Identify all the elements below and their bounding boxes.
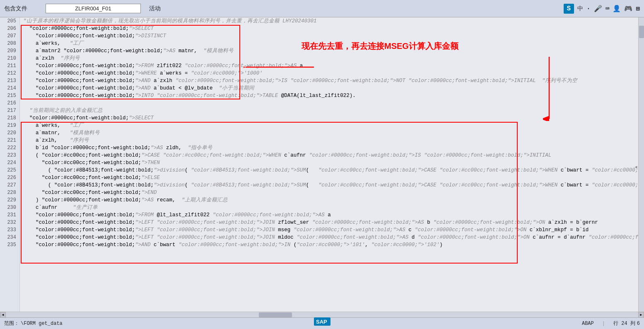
- arrow-down: [543, 55, 555, 121]
- dot-icon: ·: [586, 5, 591, 12]
- keyboard-icon[interactable]: ⌨: [605, 5, 610, 13]
- code-line: ( "color:#8B4513;font-weight:bold;">divi…: [23, 181, 635, 189]
- code-line: b`id "color:#0000cc;font-weight:bold;">A…: [23, 144, 635, 152]
- gamepad-icon[interactable]: 🎮: [624, 5, 632, 13]
- sap-s-icon: S: [567, 5, 571, 12]
- top-bar: 包含文件 活动 S 中 · 🎤 ⌨ 👤 🎮 ⊞: [0, 0, 644, 17]
- line-num: 216: [3, 99, 16, 107]
- code-content[interactable]: 现在先去重，再去连接MSEG计算入库金额: [20, 17, 638, 312]
- line-num: 215: [3, 92, 16, 99]
- user-icon[interactable]: 👤: [613, 5, 621, 13]
- editor-wrapper: 2052062072082092102112122132142152162172…: [0, 17, 644, 329]
- code-line: "color:#cc00cc;font-weight:bold;">THEN: [23, 159, 635, 167]
- top-bar-right: S 中 · 🎤 ⌨ 👤 🎮 ⊞: [564, 4, 640, 14]
- line-num: 221: [3, 137, 16, 144]
- line-num: 219: [3, 122, 16, 129]
- editor-main: 2052062072082092102112122132142152162172…: [0, 17, 644, 312]
- line-num: 205: [3, 17, 16, 25]
- line-num: 223: [3, 152, 16, 159]
- line-numbers: 2052062072082092102112122132142152162172…: [0, 17, 20, 312]
- sap-bottom-logo: SAP: [314, 317, 330, 326]
- line-num: 232: [3, 219, 16, 226]
- line-num: 233: [3, 226, 16, 234]
- row-item: 行 24 列 6: [613, 320, 640, 327]
- status-sep: |: [602, 321, 605, 327]
- line-num: 225: [3, 167, 16, 174]
- code-line: "color:#cc00cc;font-weight:bold;">END: [23, 189, 635, 196]
- annotation-text: 现在先去重，再去连接MSEG计算入库金额: [301, 42, 605, 50]
- scroll-right-btn[interactable]: ▶: [638, 312, 644, 318]
- line-num: 230: [3, 204, 16, 211]
- line-num: 226: [3, 174, 16, 181]
- bottom-scrollbar[interactable]: ◀ ▶: [0, 312, 644, 317]
- scrollbar-thumb[interactable]: [639, 26, 644, 38]
- code-line: a`matnr, "模具物料号: [23, 129, 635, 137]
- bottom-scrollbar-inner: [6, 312, 638, 317]
- line-num: 229: [3, 196, 16, 204]
- svg-text:SAP: SAP: [316, 319, 327, 325]
- grid-icon[interactable]: ⊞: [636, 5, 640, 13]
- line-num: 206: [3, 25, 16, 32]
- chinese-label: 中: [577, 5, 583, 12]
- scope-item: 范围： \FORM get_data: [4, 320, 63, 327]
- code-line: "color:#0000cc;font-weight:bold;">FROM @…: [23, 211, 635, 219]
- line-num: 212: [3, 70, 16, 77]
- collapse-arrow: ◀: [633, 164, 638, 169]
- activity-label: 活动: [149, 5, 161, 12]
- mic-icon[interactable]: 🎤: [594, 5, 602, 13]
- line-num: 207: [3, 32, 16, 40]
- code-line: "山于原本的程序逻辑会导致金额翻倍，现先取出小于当前期间的模具物料和序列号，并去…: [23, 17, 635, 25]
- line-num: 235: [3, 241, 16, 249]
- line-num: 208: [3, 40, 16, 47]
- line-num: 210: [3, 55, 16, 62]
- line-num: 222: [3, 144, 16, 152]
- code-line: "color:#0000cc;font-weight:bold;">LEFT "…: [23, 226, 635, 234]
- top-bar-title: 包含文件: [4, 5, 37, 12]
- arrow-left: [244, 61, 318, 73]
- line-num: 228: [3, 189, 16, 196]
- bottom-scrollbar-thumb[interactable]: [259, 312, 292, 317]
- line-num: 214: [3, 85, 16, 92]
- line-num: 227: [3, 181, 16, 189]
- line-num: 217: [3, 107, 16, 114]
- code-line: "color:#0000cc;font-weight:bold;">SELECT: [23, 25, 635, 32]
- line-num: 211: [3, 62, 16, 70]
- line-num: 220: [3, 129, 16, 137]
- line-num: 224: [3, 159, 16, 167]
- sap-logo: S: [564, 4, 574, 14]
- code-line: "color:#0000cc;font-weight:bold;">LEFT "…: [23, 219, 635, 226]
- code-line: "color:#0000cc;font-weight:bold;">AND c`…: [23, 241, 635, 249]
- code-line: "color:#0000cc;font-weight:bold;">LEFT "…: [23, 234, 635, 241]
- code-line: a`zxlh, "序列号: [23, 137, 635, 144]
- code-line: ) "color:#0000cc;font-weight:bold;">AS r…: [23, 196, 635, 204]
- code-line: "color:#0000cc;font-weight:bold;">DISTIN…: [23, 32, 635, 40]
- line-num: 218: [3, 114, 16, 122]
- line-num: 213: [3, 77, 16, 85]
- code-line: "color:#cc00cc;font-weight:bold;">ELSE: [23, 174, 635, 181]
- line-num: 209: [3, 47, 16, 55]
- code-line: a`werks, "工厂: [23, 122, 635, 129]
- code-line: c`aufnr "生产订单: [23, 204, 635, 211]
- lang-item: ABAP: [582, 321, 594, 327]
- lang-label: ABAP: [582, 321, 594, 327]
- scroll-left-btn[interactable]: ◀: [0, 312, 6, 318]
- filename-input[interactable]: [46, 4, 141, 13]
- line-num: 231: [3, 211, 16, 219]
- code-line: ( "color:#cc00cc;font-weight:bold;">CASE…: [23, 152, 635, 159]
- line-num: 234: [3, 234, 16, 241]
- scope-value: \FORM get_data: [21, 321, 63, 327]
- right-scrollbar[interactable]: ◀: [638, 17, 644, 312]
- row-value: 6: [637, 321, 640, 327]
- row-label: 行 24 列: [613, 320, 635, 327]
- code-line: ( "color:#8B4513;font-weight:bold;">divi…: [23, 167, 635, 174]
- scope-label: 范围：: [4, 320, 19, 327]
